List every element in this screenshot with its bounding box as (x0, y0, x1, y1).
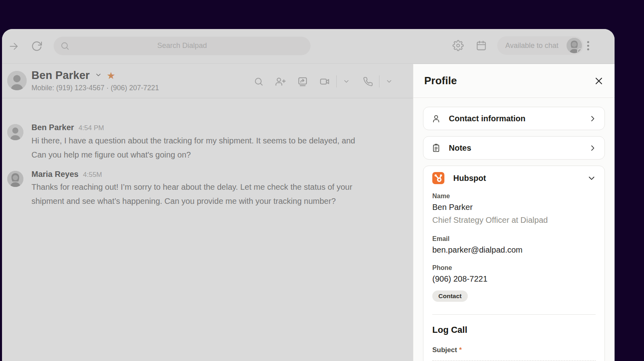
close-icon[interactable] (594, 76, 604, 86)
message-header: Maria Reyes 4:55M (31, 170, 102, 179)
contact-actions (254, 75, 393, 88)
hubspot-card: Hubspot Name Ben Parker Chief Strategy O… (423, 166, 605, 361)
message-text: Thanks for reaching out! I’m sorry to he… (31, 183, 352, 192)
divider (432, 314, 596, 315)
divider (379, 75, 379, 87)
video-options-chevron-icon[interactable] (343, 78, 350, 85)
field-value-email: ben.parker@dialpad.com (432, 245, 596, 255)
call-options-chevron-icon[interactable] (386, 78, 393, 85)
profile-panel: Profile Contact information Notes (413, 64, 615, 361)
message-author: Ben Parker (31, 123, 74, 132)
share-screen-icon[interactable] (297, 76, 308, 87)
call-phone-icon[interactable] (363, 77, 373, 87)
message-text: shipment and see what’s happening. Can y… (31, 197, 336, 206)
field-label-name: Name (432, 193, 596, 200)
calendar-icon[interactable] (476, 40, 487, 51)
add-person-icon[interactable] (275, 76, 286, 87)
top-bar: Search Dialpad Available to chat (2, 29, 615, 64)
conversation-search-icon[interactable] (254, 77, 264, 87)
field-label-email: Email (432, 235, 596, 243)
profile-panel-header: Profile (413, 64, 615, 98)
divider (336, 75, 337, 87)
field-value-role: Chief Strategy Officer at Dialpad (432, 216, 596, 225)
panel-title: Profile (424, 75, 594, 87)
overflow-menu-icon[interactable] (587, 41, 589, 50)
chevron-down-icon[interactable] (588, 174, 596, 182)
field-value-name: Ben Parker (432, 203, 596, 212)
message-text: Can you help me figure out what's going … (31, 150, 191, 160)
contact-avatar (7, 71, 27, 90)
video-call-icon[interactable] (319, 76, 330, 87)
current-user-avatar (567, 38, 582, 53)
message-author: Maria Reyes (31, 170, 79, 179)
message-avatar (7, 124, 23, 140)
field-value-phone: (906) 208-7221 (432, 274, 596, 284)
gear-icon[interactable] (452, 40, 464, 51)
clipboard-icon (431, 143, 441, 153)
search-placeholder: Search Dialpad (54, 41, 311, 50)
message-time: 4:55M (83, 171, 102, 179)
availability-status-label: Available to chat (505, 41, 559, 50)
message-time: 4:54 PM (79, 124, 104, 132)
field-label-phone: Phone (432, 264, 596, 272)
message-text: Hi there, I have a question about the tr… (31, 136, 355, 145)
hubspot-icon (432, 172, 444, 184)
contact-phone-line: Mobile: (919) 123-4567 · (906) 207-7221 (31, 84, 159, 92)
card-label: Contact information (449, 114, 589, 123)
app-window: Search Dialpad Available to chat Ben Par… (2, 29, 615, 361)
card-label: Notes (449, 143, 589, 153)
contact-name[interactable]: Ben Parker (31, 69, 90, 82)
message-avatar (7, 171, 23, 187)
forward-arrow-icon[interactable] (8, 41, 19, 52)
subject-label: Subject (432, 346, 457, 354)
message-header: Ben Parker 4:54 PM (31, 123, 104, 132)
search-input[interactable]: Search Dialpad (54, 37, 311, 55)
availability-status-button[interactable]: Available to chat (497, 36, 584, 55)
chevron-down-icon[interactable] (95, 71, 102, 80)
log-call-title: Log Call (432, 325, 596, 335)
refresh-icon[interactable] (31, 40, 43, 52)
subject-label-row: Subject* (432, 346, 596, 354)
chevron-right-icon (589, 115, 596, 122)
favorite-star-icon[interactable]: ★ (107, 71, 116, 81)
required-marker: * (459, 346, 462, 354)
contact-information-card[interactable]: Contact information (423, 107, 605, 130)
chevron-right-icon (589, 144, 596, 152)
hubspot-card-header: Hubspot (432, 172, 596, 185)
notes-card[interactable]: Notes (423, 136, 605, 160)
hubspot-title: Hubspot (453, 174, 588, 183)
presence-dot (577, 48, 582, 53)
contact-type-badge: Contact (432, 290, 468, 302)
person-icon (431, 114, 441, 123)
